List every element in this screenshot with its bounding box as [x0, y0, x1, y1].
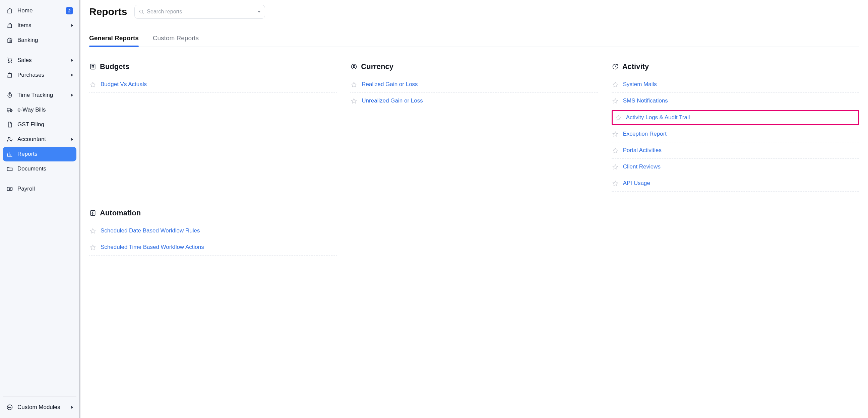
chevron-right-icon	[71, 406, 73, 409]
bag-icon	[6, 22, 13, 29]
truck-icon	[6, 106, 13, 114]
report-link[interactable]: Realized Gain or Loss	[362, 81, 417, 88]
folder-icon	[6, 165, 13, 172]
search-input[interactable]	[147, 9, 255, 15]
report-tabs: General Reports Custom Reports	[89, 25, 859, 47]
sidebar-item-label: Accountant	[18, 136, 71, 143]
svg-marker-22	[613, 98, 618, 103]
sidebar-item-sales[interactable]: Sales	[3, 53, 76, 68]
calculator-icon	[89, 63, 96, 70]
svg-point-4	[11, 111, 12, 112]
stopwatch-icon	[6, 91, 13, 99]
sidebar-item-label: Documents	[18, 165, 73, 172]
report-link[interactable]: Scheduled Time Based Workflow Actions	[100, 244, 204, 251]
svg-marker-23	[616, 115, 621, 120]
section-title: Budgets	[100, 62, 129, 71]
star-icon[interactable]	[612, 180, 618, 186]
report-link[interactable]: Client Reviews	[623, 163, 660, 170]
svg-marker-17	[91, 245, 95, 250]
chevron-right-icon	[71, 59, 73, 62]
report-link[interactable]: Scheduled Date Based Workflow Rules	[100, 227, 200, 234]
file-icon	[6, 121, 13, 128]
svg-point-11	[11, 407, 11, 408]
report-link[interactable]: System Mails	[623, 81, 657, 88]
person-icon	[6, 136, 13, 143]
chevron-right-icon	[71, 24, 73, 27]
page-header: Reports	[89, 5, 859, 25]
report-link[interactable]: Unrealized Gain or Loss	[362, 97, 423, 104]
sidebar-item-reports[interactable]: Reports	[3, 147, 76, 161]
svg-point-1	[11, 62, 12, 63]
report-link[interactable]: Exception Report	[623, 131, 666, 137]
svg-marker-21	[613, 82, 618, 87]
bar-chart-icon	[6, 150, 13, 158]
report-link-row: Scheduled Time Based Workflow Actions	[89, 239, 337, 256]
report-link-row: SMS Notifications	[612, 93, 859, 109]
report-link[interactable]: Budget Vs Actuals	[100, 81, 147, 88]
sidebar-item-eway-bills[interactable]: e-Way Bills	[3, 102, 76, 117]
sidebar-item-label: Payroll	[18, 186, 73, 192]
sidebar-item-gst-filing[interactable]: GST Filing	[3, 117, 76, 132]
section-budgets: Budgets Budget Vs Actuals	[89, 62, 337, 93]
star-icon[interactable]	[612, 131, 618, 137]
report-link-row-highlighted: Activity Logs & Audit Trail	[612, 110, 859, 125]
section-title: Automation	[100, 209, 141, 217]
report-link-activity-logs[interactable]: Activity Logs & Audit Trail	[626, 114, 690, 121]
report-link-row: System Mails	[612, 76, 859, 93]
chevron-right-icon	[71, 138, 73, 141]
more-horizontal-icon	[6, 404, 13, 411]
svg-marker-25	[613, 148, 618, 153]
svg-rect-6	[7, 187, 12, 191]
chevron-down-icon[interactable]	[257, 11, 261, 13]
star-icon[interactable]	[612, 164, 618, 170]
report-link[interactable]: SMS Notifications	[623, 97, 668, 104]
sidebar-item-banking[interactable]: Banking	[3, 33, 76, 47]
sidebar-item-payroll[interactable]: Payroll	[3, 182, 76, 196]
star-icon[interactable]	[90, 82, 96, 88]
star-icon[interactable]	[351, 98, 357, 104]
sidebar-item-documents[interactable]: Documents	[3, 161, 76, 176]
sidebar-item-time-tracking[interactable]: Time Tracking	[3, 88, 76, 102]
star-icon[interactable]	[615, 115, 621, 121]
star-icon[interactable]	[90, 228, 96, 234]
section-activity: Activity System Mails SMS Notifications	[612, 62, 859, 192]
star-icon[interactable]	[612, 148, 618, 153]
sidebar-item-purchases[interactable]: Purchases	[3, 68, 76, 83]
svg-marker-14	[91, 82, 95, 87]
report-link-row: Unrealized Gain or Loss	[350, 93, 598, 109]
sidebar-item-custom-modules[interactable]: Custom Modules	[3, 400, 76, 415]
bolt-icon	[89, 209, 96, 217]
cart-icon	[6, 57, 13, 64]
tab-custom-reports[interactable]: Custom Reports	[153, 32, 199, 46]
tab-general-reports[interactable]: General Reports	[89, 32, 139, 46]
sidebar-item-label: Banking	[18, 37, 73, 43]
dollar-icon	[350, 63, 358, 70]
clock-icon	[612, 63, 619, 70]
search-icon	[139, 9, 144, 14]
basket-icon	[6, 71, 13, 79]
star-icon[interactable]	[351, 82, 357, 88]
svg-point-0	[8, 62, 9, 63]
report-link-row: Realized Gain or Loss	[350, 76, 598, 93]
report-link[interactable]: Portal Activities	[623, 147, 661, 154]
search-reports[interactable]	[134, 5, 265, 19]
sidebar-item-label: Home	[18, 7, 66, 14]
star-icon[interactable]	[612, 98, 618, 104]
star-icon[interactable]	[612, 82, 618, 88]
sidebar-item-home[interactable]: Home 2	[3, 3, 76, 18]
svg-point-7	[9, 188, 10, 190]
bank-icon	[6, 36, 13, 44]
report-link-row: Portal Activities	[612, 142, 859, 159]
page-title: Reports	[89, 6, 127, 18]
sidebar-item-label: Sales	[18, 57, 71, 64]
star-icon[interactable]	[90, 244, 96, 250]
chevron-right-icon	[71, 94, 73, 96]
sidebar-item-accountant[interactable]: Accountant	[3, 132, 76, 147]
svg-rect-15	[91, 211, 95, 216]
sidebar-item-items[interactable]: Items	[3, 18, 76, 33]
report-link-row: Scheduled Date Based Workflow Rules	[89, 223, 337, 239]
svg-point-5	[8, 137, 10, 139]
report-link-row: Client Reviews	[612, 159, 859, 175]
svg-marker-19	[351, 82, 356, 87]
report-link[interactable]: API Usage	[623, 180, 650, 187]
